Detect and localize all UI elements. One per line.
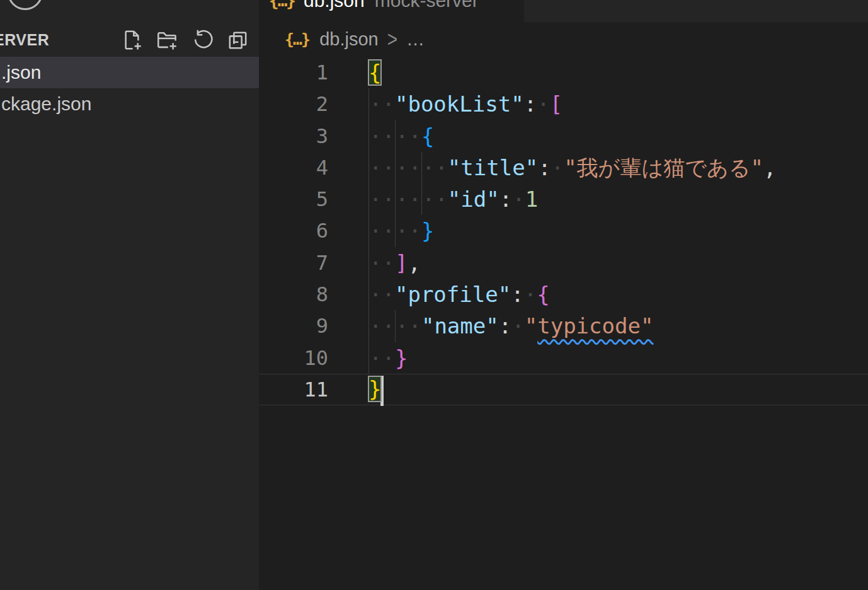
whitespace-dots: · [511, 313, 524, 338]
whitespace-dots: ·· [369, 155, 395, 180]
breadcrumb-separator-icon: > [387, 27, 397, 52]
whitespace-dots: · [512, 187, 525, 212]
whitespace-dots: ·· [396, 187, 421, 212]
tab-description: mock-server [375, 0, 479, 11]
whitespace-dots: ·· [422, 187, 448, 212]
code-line[interactable]: 3····{ [259, 120, 868, 152]
code-lines: 1{2··"bookList":·[3····{4······"title":·… [259, 57, 868, 405]
line-number[interactable]: 6 [259, 215, 328, 246]
code-token: : [538, 155, 551, 180]
breadcrumb-item-db-json[interactable]: db.json [319, 29, 379, 50]
explorer-sidebar: ERVER .jsonckage.json [0, 0, 259, 590]
code-token: "name" [421, 313, 499, 338]
code-line-content: { [368, 57, 381, 88]
code-token: " [525, 313, 537, 338]
line-number[interactable]: 9 [259, 310, 328, 342]
code-line-content: ··"profile":·{ [368, 279, 550, 310]
line-number[interactable]: 11 [259, 374, 328, 405]
breadcrumb-ellipsis[interactable]: … [406, 29, 425, 50]
code-line-content: ······"title":·"我が輩は猫である", [368, 152, 777, 183]
code-token: : [499, 313, 511, 338]
code-line[interactable]: 11} [259, 374, 868, 405]
whitespace-dots: ·· [396, 313, 421, 338]
section-title: ERVER [0, 31, 49, 49]
tab-db-json[interactable]: {…} db.json mock-server [259, 0, 524, 22]
code-editor[interactable]: 1{2··"bookList":·[3····{4······"title":·… [259, 57, 868, 405]
code-token: [ [550, 91, 562, 117]
explorer-actions [121, 29, 249, 51]
refresh-explorer-icon[interactable] [191, 29, 214, 51]
code-line[interactable]: 1{ [259, 57, 868, 88]
line-number[interactable]: 5 [259, 183, 328, 215]
code-line-content: ··], [368, 247, 421, 279]
code-token: "我が輩は猫である" [564, 155, 763, 180]
whitespace-dots: ·· [369, 282, 395, 307]
whitespace-dots: ·· [369, 91, 395, 117]
new-file-icon[interactable] [121, 29, 143, 51]
explorer-section-header[interactable]: ERVER [0, 25, 259, 54]
collapse-folders-icon[interactable] [227, 29, 249, 51]
whitespace-dots: ·· [369, 345, 395, 371]
code-token: typicode" [537, 313, 653, 338]
file-item[interactable]: ckage.json [0, 88, 259, 120]
code-line[interactable]: 4······"title":·"我が輩は猫である", [259, 152, 868, 183]
line-number[interactable]: 1 [259, 57, 328, 88]
whitespace-dots: ·· [369, 218, 395, 243]
code-line[interactable]: 6····} [259, 215, 868, 246]
code-line-content: ··} [368, 342, 408, 374]
whitespace-dots: · [524, 282, 537, 307]
code-token: } [395, 345, 408, 371]
whitespace-dots: · [551, 155, 564, 180]
line-number[interactable]: 8 [259, 279, 328, 310]
line-number[interactable]: 10 [259, 342, 328, 374]
code-line[interactable]: 9····"name":·"typicode" [259, 310, 868, 342]
file-name: ckage.json [1, 93, 91, 115]
code-line-content: } [368, 373, 384, 406]
whitespace-dots: · [537, 91, 549, 117]
code-token: ] [395, 250, 408, 275]
code-token: : [500, 187, 512, 212]
code-line[interactable]: 10··} [259, 342, 868, 374]
code-token: : [511, 282, 523, 307]
code-line[interactable]: 2··"bookList":·[ [259, 88, 868, 120]
whitespace-dots: ·· [369, 313, 395, 338]
whitespace-dots: ·· [396, 124, 421, 149]
code-token: , [408, 250, 420, 275]
whitespace-dots: ·· [369, 124, 395, 149]
code-token: { [421, 124, 434, 149]
json-file-icon: {…} [285, 30, 309, 49]
code-token: "id" [448, 187, 500, 212]
code-line[interactable]: 8··"profile":·{ [259, 279, 868, 310]
file-list: .jsonckage.json [0, 57, 259, 120]
bracket-match-highlight: } [368, 376, 381, 402]
line-number[interactable]: 2 [259, 88, 328, 120]
code-line-content: ····{ [368, 120, 434, 152]
breadcrumb: {…} db.json > … [259, 22, 868, 57]
whitespace-dots: ·· [369, 187, 395, 212]
code-token: , [763, 155, 776, 180]
clipped-refresh-arc-icon [8, 0, 43, 10]
file-item[interactable]: .json [0, 57, 259, 88]
code-line[interactable]: 7··], [259, 247, 868, 279]
code-token: 1 [525, 187, 538, 212]
bracket-match-highlight: { [368, 60, 381, 85]
tab-bar[interactable]: {…} db.json mock-server [259, 0, 868, 22]
line-number[interactable]: 3 [259, 120, 328, 152]
code-line-content: ··"bookList":·[ [368, 88, 562, 120]
code-line[interactable]: 5······"id":·1 [259, 183, 868, 215]
code-token: "bookList" [395, 91, 524, 117]
line-number[interactable]: 4 [259, 152, 328, 183]
new-folder-icon[interactable] [156, 29, 178, 51]
code-token: : [524, 91, 537, 117]
code-line-content: ····"name":·"typicode" [368, 310, 653, 342]
code-line-content: ····} [368, 215, 434, 246]
code-token: } [421, 218, 434, 243]
tab-title: db.json [304, 0, 365, 11]
code-token: { [537, 282, 549, 307]
line-number[interactable]: 7 [259, 247, 328, 279]
whitespace-dots: ·· [369, 250, 395, 275]
file-name: .json [1, 62, 41, 83]
whitespace-dots: ·· [422, 155, 448, 180]
code-token: "profile" [395, 282, 511, 307]
code-line-content: ······"id":·1 [368, 183, 538, 215]
